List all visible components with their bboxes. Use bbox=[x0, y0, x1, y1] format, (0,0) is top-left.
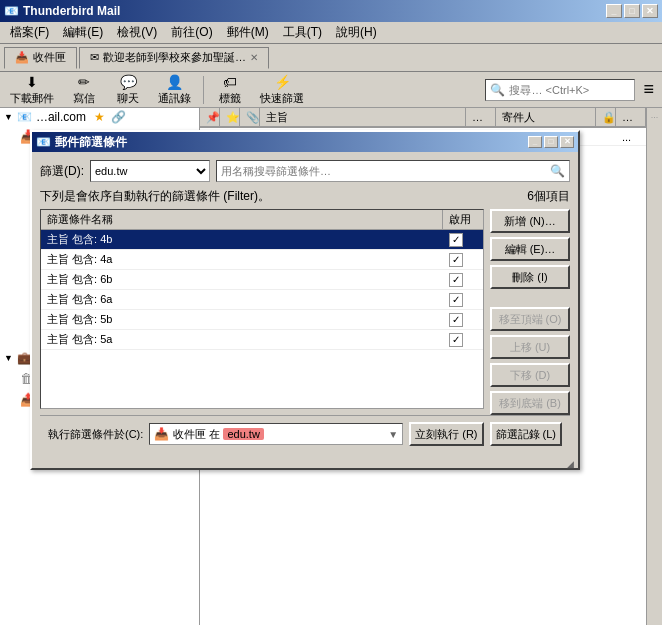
tab-inbox[interactable]: 📥 收件匣 bbox=[4, 47, 77, 69]
dialog-title-controls[interactable]: _ □ ✕ bbox=[528, 136, 574, 148]
tab-bar: 📥 收件匣 ✉ 歡迎老師到學校來參加聖誕… ✕ bbox=[0, 44, 662, 72]
filter-row-1[interactable]: 主旨 包含: 4a bbox=[41, 250, 483, 270]
close-button[interactable]: ✕ bbox=[642, 4, 658, 18]
chat-label: 聊天 bbox=[117, 91, 139, 106]
dialog-title: 郵件篩選條件 bbox=[55, 134, 127, 151]
filter-name-3: 主旨 包含: 6a bbox=[41, 290, 443, 309]
filter-search-input[interactable] bbox=[221, 165, 550, 177]
filter-dialog: 📧 郵件篩選條件 _ □ ✕ 篩選(D): edu.tw bbox=[30, 130, 580, 470]
toolbar-separator-1 bbox=[203, 76, 204, 104]
filter-table[interactable]: 篩選條件名稱 啟用 主旨 包含: 4b 主旨 包含: 4a bbox=[40, 209, 484, 409]
filter-selector-row: 篩選(D): edu.tw 🔍 bbox=[40, 160, 570, 182]
contacts-icon: 👤 bbox=[165, 74, 185, 90]
filter-checkbox-4[interactable] bbox=[449, 313, 463, 327]
expand-icon-local: ▼ bbox=[4, 353, 13, 363]
filter-enabled-5 bbox=[443, 331, 483, 349]
dialog-minimize[interactable]: _ bbox=[528, 136, 542, 148]
search-icon: 🔍 bbox=[490, 83, 505, 97]
tab-inbox-label: 收件匣 bbox=[33, 50, 66, 65]
email-cell-icon4 bbox=[596, 136, 616, 138]
window-controls[interactable]: _ □ ✕ bbox=[606, 4, 658, 18]
move-up-button[interactable]: 上移 (U) bbox=[490, 335, 570, 359]
col-icon2[interactable]: ⭐ bbox=[220, 108, 240, 126]
filter-enabled-3 bbox=[443, 291, 483, 309]
email-list-header: 📌 ⭐ 📎 主旨 … 寄件人 🔒 … bbox=[200, 108, 646, 128]
filter-checkbox-2[interactable] bbox=[449, 273, 463, 287]
inbox-icon: 📥 bbox=[15, 51, 29, 64]
tab-email[interactable]: ✉ 歡迎老師到學校來參加聖誕… ✕ bbox=[79, 47, 269, 69]
account-row-1[interactable]: ▼ 📧 …ail.com ★ 🔗 bbox=[0, 108, 199, 126]
tab-close-button[interactable]: ✕ bbox=[250, 52, 258, 63]
filter-search-icon: 🔍 bbox=[550, 164, 565, 178]
download-icon: ⬇ bbox=[22, 74, 42, 90]
col-icon4[interactable]: 🔒 bbox=[596, 108, 616, 126]
filter-account-select[interactable]: edu.tw bbox=[90, 160, 210, 182]
menu-bar: 檔案(F) 編輯(E) 檢視(V) 前往(O) 郵件(M) 工具(T) 說明(H… bbox=[0, 22, 662, 44]
inbox-icon-small: 📥 bbox=[154, 427, 169, 441]
filter-row-0[interactable]: 主旨 包含: 4b bbox=[41, 230, 483, 250]
compose-button[interactable]: ✏ 寫信 bbox=[64, 72, 104, 108]
menu-file[interactable]: 檔案(F) bbox=[4, 22, 55, 43]
email-tab-icon: ✉ bbox=[90, 51, 99, 64]
delete-filter-button[interactable]: 刪除 (I) bbox=[490, 265, 570, 289]
filter-table-header: 篩選條件名稱 啟用 bbox=[41, 210, 483, 230]
col-icon1[interactable]: 📌 bbox=[200, 108, 220, 126]
dialog-close[interactable]: ✕ bbox=[560, 136, 574, 148]
filter-name-0: 主旨 包含: 4b bbox=[41, 230, 443, 249]
menu-goto[interactable]: 前往(O) bbox=[165, 22, 218, 43]
edit-filter-button[interactable]: 編輯 (E)… bbox=[490, 237, 570, 261]
col-sender[interactable]: 寄件人 bbox=[496, 108, 596, 126]
main-window: 📧 Thunderbird Mail _ □ ✕ 檔案(F) 編輯(E) 檢視(… bbox=[0, 0, 662, 625]
menu-mail[interactable]: 郵件(M) bbox=[221, 22, 275, 43]
menu-edit[interactable]: 編輯(E) bbox=[57, 22, 109, 43]
filter-row-2[interactable]: 主旨 包含: 6b bbox=[41, 270, 483, 290]
menu-tools[interactable]: 工具(T) bbox=[277, 22, 328, 43]
run-location-select[interactable]: 📥 收件匣 在 edu.tw ▼ bbox=[149, 423, 403, 445]
run-label: 執行篩選條件於(C): bbox=[48, 427, 143, 442]
move-down-button[interactable]: 下移 (D) bbox=[490, 363, 570, 387]
move-top-button[interactable]: 移至頂端 (O) bbox=[490, 307, 570, 331]
filter-enabled-0 bbox=[443, 231, 483, 249]
col-subject[interactable]: 主旨 bbox=[260, 108, 466, 126]
search-box[interactable]: 🔍 bbox=[485, 79, 635, 101]
chat-button[interactable]: 💬 聊天 bbox=[108, 72, 148, 108]
col-dots2: … bbox=[616, 108, 646, 126]
filter-row-5[interactable]: 主旨 包含: 5a bbox=[41, 330, 483, 350]
filter-description: 下列是會依序自動執行的篩選條件 (Filter)。 bbox=[40, 188, 270, 205]
filter-name-2: 主旨 包含: 6b bbox=[41, 270, 443, 289]
tag-label: 標籤 bbox=[219, 91, 241, 106]
new-filter-button[interactable]: 新增 (N)… bbox=[490, 209, 570, 233]
col-sender-dots: … bbox=[466, 108, 496, 126]
filter-search-box[interactable]: 🔍 bbox=[216, 160, 570, 182]
search-input[interactable] bbox=[509, 84, 630, 96]
filter-row-4[interactable]: 主旨 包含: 5b bbox=[41, 310, 483, 330]
minimize-button[interactable]: _ bbox=[606, 4, 622, 18]
filter-log-button[interactable]: 篩選記錄 (L) bbox=[490, 422, 563, 446]
col-icon3[interactable]: 📎 bbox=[240, 108, 260, 126]
menu-help[interactable]: 說明(H) bbox=[330, 22, 383, 43]
filter-checkbox-5[interactable] bbox=[449, 333, 463, 347]
filter-row-3[interactable]: 主旨 包含: 6a bbox=[41, 290, 483, 310]
col-filter-name: 篩選條件名稱 bbox=[41, 210, 443, 229]
quickfilter-button[interactable]: ⚡ 快速篩選 bbox=[254, 72, 310, 108]
filter-checkbox-3[interactable] bbox=[449, 293, 463, 307]
dialog-icon: 📧 bbox=[36, 135, 51, 149]
tag-button[interactable]: 🏷 標籤 bbox=[210, 72, 250, 108]
quickfilter-icon: ⚡ bbox=[272, 74, 292, 90]
quickfilter-label: 快速篩選 bbox=[260, 91, 304, 106]
contacts-button[interactable]: 👤 通訊錄 bbox=[152, 72, 197, 108]
move-bottom-button[interactable]: 移到底端 (B) bbox=[490, 391, 570, 415]
dialog-maximize[interactable]: □ bbox=[544, 136, 558, 148]
maximize-button[interactable]: □ bbox=[624, 4, 640, 18]
menu-view[interactable]: 檢視(V) bbox=[111, 22, 163, 43]
run-now-button[interactable]: 立刻執行 (R) bbox=[409, 422, 483, 446]
tag-icon: 🏷 bbox=[220, 74, 240, 90]
filter-checkbox-1[interactable] bbox=[449, 253, 463, 267]
link-icon: 🔗 bbox=[111, 110, 126, 124]
filter-name-5: 主旨 包含: 5a bbox=[41, 330, 443, 349]
menu-icon[interactable]: ≡ bbox=[639, 79, 658, 100]
dialog-action-buttons: 新增 (N)… 編輯 (E)… 刪除 (I) 移至頂端 (O) 上移 (U) 下… bbox=[490, 209, 570, 415]
resize-icon: ◢ bbox=[567, 459, 574, 469]
download-button[interactable]: ⬇ 下載郵件 bbox=[4, 72, 60, 108]
filter-checkbox-0[interactable] bbox=[449, 233, 463, 247]
